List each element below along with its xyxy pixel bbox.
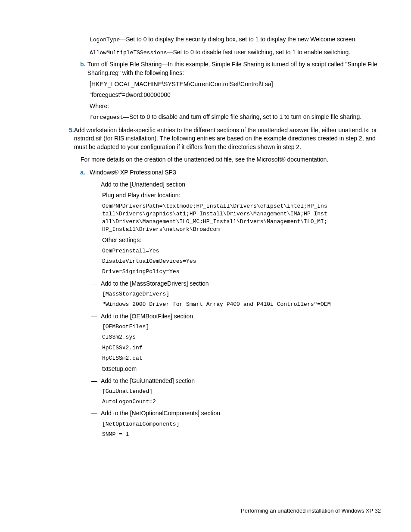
code-line: CISSm2.sys [102,333,381,341]
text: Where: [90,102,381,111]
dash-marker: — [91,180,101,189]
text: For more details on the creation of the … [81,156,381,164]
list-marker: 5. [69,126,74,152]
text: txtsetup.oem [102,365,381,373]
sublist-item: — Add to the [GuiUnattended] section [91,377,381,386]
code-block: OemPNPDriversPath=\textmode;HP_Install\D… [102,202,381,234]
text: Add to the [NetOptionalComponents] secti… [101,409,381,418]
dash-marker: — [91,409,101,418]
sublist-item: — Add to the [OEMBootFiles] section [91,312,381,321]
code-line: [OEMBootFiles] [102,323,381,331]
text: Windows® XP Professional SP3 [90,168,381,177]
code-line: DisableVirtualOemDevices=Yes [102,258,381,265]
code-line: HpCISSx2.inf [102,344,381,352]
dash-marker: — [91,312,101,321]
code-line: SNMP = 1 [102,431,381,439]
text: Add to the [Unattended] section [101,180,381,189]
list-item-5: 5. Add workstation blade-specific entrie… [69,126,381,152]
sublist-item: — Add to the [Unattended] section [91,180,381,189]
paragraph: forceguest—Set to 0 to disable and turn … [90,113,381,121]
text: Other settings: [102,236,381,245]
code-line: AutoLogonCount=2 [102,398,381,406]
paragraph: LogonType—Set to 0 to display the securi… [90,35,381,44]
text: "forceguest"=dword:00000000 [90,91,381,100]
text: Plug and Play driver location: [102,191,381,200]
text: Add workstation blade-specific entries t… [74,126,381,152]
text: Add to the [MassStorageDrivers] section [101,280,381,288]
dash-marker: — [91,280,101,288]
list-marker: a. [80,168,90,177]
list-item-b: b. Turn off Simple File Sharing—In this … [80,60,381,77]
code-inline: LogonType [90,37,120,43]
list-item-a: a. Windows® XP Professional SP3 [80,168,381,177]
code-line: "Windows 2000 Driver for Smart Array P40… [102,301,381,308]
code-line: [GuiUnattended] [102,388,381,395]
page: LogonType—Set to 0 to display the securi… [0,0,411,532]
paragraph: AllowMultipleTSSessions—Set to 0 to disa… [90,48,381,57]
list-marker: b. [80,60,87,77]
code-line: [NetOptionalComponents] [102,420,381,428]
text: Add to the [OEMBootFiles] section [101,312,381,321]
page-footer: Performing an unattended installation of… [241,507,381,515]
text: —Set to 0 to disable fast user switching… [167,49,350,56]
code-inline: forceguest [90,114,123,121]
text: Turn off Simple File Sharing—In this exa… [87,60,381,77]
text: —Set to 0 to display the security dialog… [120,36,357,43]
code-line: DriverSigningPolicy=Yes [102,268,381,276]
sublist-item: — Add to the [NetOptionalComponents] sec… [91,409,381,418]
text: [HKEY_LOCAL_MACHINE\SYSTEM\CurrentContro… [90,80,381,89]
code-line: [MassStorageDrivers] [102,290,381,298]
dash-marker: — [91,377,101,386]
text: —Set to 0 to disable and turn off simple… [123,113,361,120]
text: Add to the [GuiUnattended] section [101,377,381,386]
code-inline: AllowMultipleTSSessions [90,50,167,56]
code-line: HpCISSm2.cat [102,355,381,362]
sublist-item: — Add to the [MassStorageDrivers] sectio… [91,280,381,288]
code-line: OemPreinstall=Yes [102,247,381,255]
